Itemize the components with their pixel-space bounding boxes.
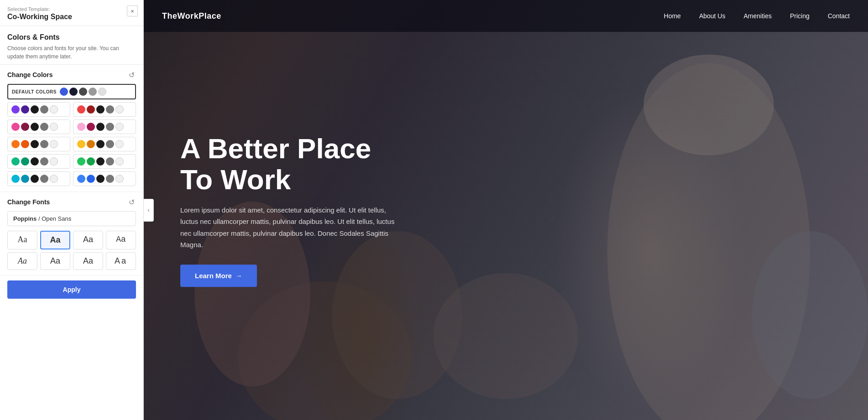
main-preview: TheWorkPlace Home About Us Amenities Pri…: [144, 0, 868, 420]
color-dot: [21, 123, 29, 131]
close-button[interactable]: ×: [127, 5, 138, 16]
color-dot: [11, 140, 20, 148]
color-dot: [50, 105, 58, 114]
color-dot: [77, 140, 85, 148]
color-dot: [96, 157, 105, 166]
selected-template-label: Selected Template:: [7, 6, 136, 12]
color-dot: [21, 157, 29, 166]
change-fonts-title: Change Fonts: [7, 198, 50, 206]
apply-button[interactable]: Apply: [7, 280, 136, 299]
reset-colors-icon[interactable]: ↺: [127, 70, 136, 79]
color-dot: [21, 140, 29, 148]
color-dot: [31, 175, 39, 183]
palette-pink2[interactable]: [73, 119, 136, 134]
color-dot: [87, 175, 95, 183]
color-dot: [96, 175, 105, 183]
color-dot: [96, 140, 105, 148]
nav-about[interactable]: About Us: [699, 12, 726, 20]
palette-green2[interactable]: [73, 154, 136, 169]
color-dot: [11, 157, 20, 166]
color-dot: [77, 123, 85, 131]
nav-contact[interactable]: Contact: [828, 12, 850, 20]
color-palette-grid: DEFAULT COLORS: [7, 84, 136, 186]
site-logo: TheWorkPlace: [162, 11, 221, 21]
reset-fonts-icon[interactable]: ↺: [127, 197, 136, 207]
hero-title-line1: A Better Place: [180, 133, 371, 164]
font-option-4[interactable]: Aa: [106, 231, 136, 249]
color-dot: [31, 140, 39, 148]
left-panel: Selected Template: Co-Working Space × Co…: [0, 0, 144, 420]
color-dot: [106, 105, 114, 114]
color-dot: [115, 140, 124, 148]
panel-header: Selected Template: Co-Working Space ×: [0, 0, 143, 26]
color-dot: [87, 140, 95, 148]
font-option-5[interactable]: Aa: [7, 252, 37, 270]
font-option-2[interactable]: Aa: [40, 231, 70, 249]
change-colors-section: Change Colors ↺ DEFAULT COLORS: [0, 65, 143, 192]
nav-home[interactable]: Home: [664, 12, 681, 20]
collapse-panel-tab[interactable]: ‹: [144, 199, 154, 222]
site-nav: TheWorkPlace Home About Us Amenities Pri…: [144, 0, 868, 32]
palette-default[interactable]: DEFAULT COLORS: [7, 84, 136, 99]
color-dot: [11, 105, 20, 114]
palette-yellow1[interactable]: [73, 137, 136, 151]
svg-point-3: [434, 273, 578, 399]
color-dot-4: [89, 88, 97, 96]
arrow-icon: →: [235, 272, 242, 280]
color-dot: [115, 105, 124, 114]
hero-title: A Better Place To Work: [180, 133, 399, 195]
current-font-separator: / Open Sans: [38, 215, 71, 222]
font-option-6[interactable]: Aa: [40, 252, 70, 270]
palette-cyan1[interactable]: [7, 171, 70, 186]
color-dot: [77, 157, 85, 166]
svg-point-6: [752, 231, 868, 399]
change-colors-header: Change Colors ↺: [7, 70, 136, 79]
color-dot: [115, 157, 124, 166]
website-preview: TheWorkPlace Home About Us Amenities Pri…: [144, 0, 868, 420]
color-dot: [50, 140, 58, 148]
color-dot: [77, 105, 85, 114]
font-grid: Aa Aa Aa Aa Aa Aa Aa Aa: [7, 231, 136, 270]
color-dot: [106, 123, 114, 131]
color-dot: [11, 123, 20, 131]
color-dot: [31, 123, 39, 131]
learn-more-button[interactable]: Learn More →: [180, 264, 257, 287]
palette-red1[interactable]: [73, 102, 136, 117]
nav-links: Home About Us Amenities Pricing Contact: [664, 12, 850, 20]
palette-purple1[interactable]: [7, 102, 70, 117]
nav-amenities[interactable]: Amenities: [743, 12, 771, 20]
color-dot: [96, 123, 105, 131]
colors-fonts-title: Colors & Fonts: [7, 33, 136, 41]
color-dot: [21, 175, 29, 183]
color-dot: [40, 175, 48, 183]
font-option-7[interactable]: Aa: [73, 252, 103, 270]
color-dot: [96, 105, 105, 114]
color-dot: [106, 140, 114, 148]
hero-description: Lorem ipsum dolor sit amet, consectetur …: [180, 204, 399, 251]
hero-content: A Better Place To Work Lorem ipsum dolor…: [180, 133, 399, 287]
palette-blue2[interactable]: [73, 171, 136, 186]
color-dot: [50, 123, 58, 131]
color-dot: [87, 123, 95, 131]
palette-purple2[interactable]: [7, 119, 70, 134]
nav-pricing[interactable]: Pricing: [790, 12, 810, 20]
color-dot: [31, 157, 39, 166]
color-dot: [40, 123, 48, 131]
colors-fonts-section: Colors & Fonts Choose colors and fonts f…: [0, 26, 143, 65]
font-option-3[interactable]: Aa: [73, 231, 103, 249]
current-font-name: Poppins: [13, 215, 37, 222]
color-dot: [106, 157, 114, 166]
change-colors-title: Change Colors: [7, 71, 53, 78]
font-option-1[interactable]: Aa: [7, 231, 37, 249]
color-dot: [106, 175, 114, 183]
color-dot: [50, 175, 58, 183]
palette-orange1[interactable]: [7, 137, 70, 151]
color-dot-5: [98, 88, 106, 96]
color-dot: [40, 105, 48, 114]
color-dot: [21, 105, 29, 114]
selected-template-name: Co-Working Space: [7, 13, 136, 21]
change-fonts-section: Change Fonts ↺ Poppins / Open Sans Aa Aa…: [0, 192, 143, 276]
palette-teal1[interactable]: [7, 154, 70, 169]
color-dot: [87, 157, 95, 166]
font-option-8[interactable]: Aa: [106, 252, 136, 270]
